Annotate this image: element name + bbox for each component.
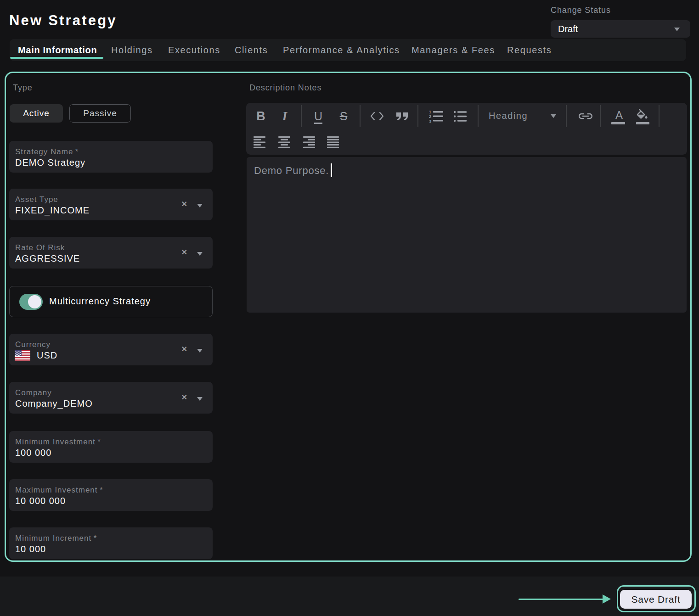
svg-text:1: 1 xyxy=(429,110,431,114)
svg-text:3: 3 xyxy=(429,119,431,123)
svg-text:2: 2 xyxy=(429,114,431,119)
